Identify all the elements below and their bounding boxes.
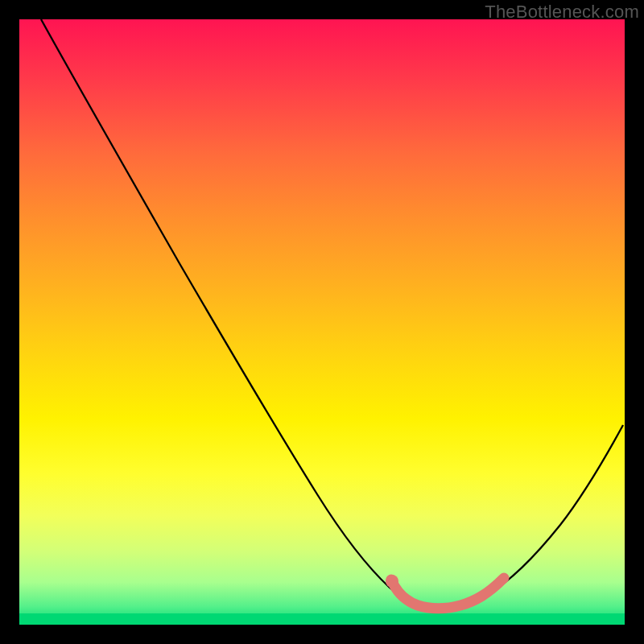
watermark-text: TheBottleneck.com bbox=[485, 2, 639, 23]
chart-svg bbox=[19, 19, 625, 625]
black-curve-line bbox=[41, 19, 623, 609]
plot-area bbox=[19, 19, 625, 625]
chart-container: TheBottleneck.com bbox=[0, 0, 644, 644]
salmon-highlight-line bbox=[391, 578, 504, 609]
salmon-dot-marker bbox=[386, 575, 398, 588]
